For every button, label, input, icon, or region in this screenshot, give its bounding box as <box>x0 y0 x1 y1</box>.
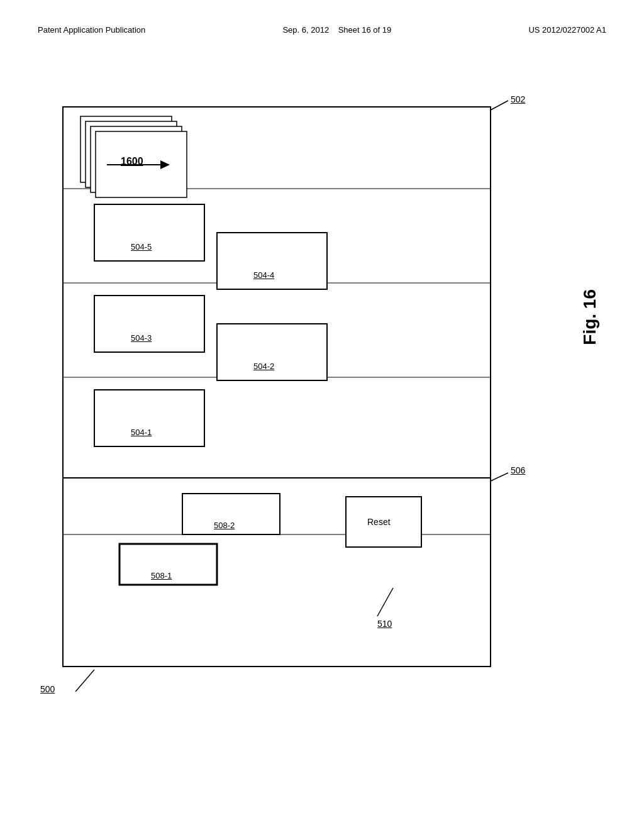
fig-label: Fig. 16 <box>580 289 600 345</box>
label-1600: 1600 <box>121 156 143 167</box>
svg-line-22 <box>377 588 393 616</box>
label-506: 506 <box>511 465 525 475</box>
label-508-2: 508-2 <box>214 521 235 530</box>
svg-line-7 <box>491 473 508 481</box>
label-500: 500 <box>40 684 55 694</box>
svg-rect-15 <box>217 233 327 289</box>
svg-rect-14 <box>94 204 204 261</box>
page-header: Patent Application Publication Sep. 6, 2… <box>38 25 606 35</box>
reset-label: Reset <box>367 517 391 527</box>
label-504-4: 504-4 <box>253 270 274 280</box>
header-date: Sep. 6, 2012 <box>282 25 329 35</box>
header-sheet: Sheet 16 of 19 <box>338 25 392 35</box>
header-date-sheet: Sep. 6, 2012 Sheet 16 of 19 <box>282 25 391 35</box>
svg-rect-17 <box>217 324 327 380</box>
diagram-area: 500 502 1600 504-5 504-4 504-3 504-2 504… <box>38 88 606 780</box>
svg-rect-18 <box>94 390 204 446</box>
label-504-1: 504-1 <box>131 428 152 437</box>
label-504-2: 504-2 <box>253 362 274 371</box>
diagram-svg <box>38 88 516 692</box>
label-504-3: 504-3 <box>131 333 152 343</box>
label-504-5: 504-5 <box>131 242 152 252</box>
label-502: 502 <box>511 94 525 104</box>
svg-line-1 <box>491 101 508 110</box>
label-510: 510 <box>377 619 392 629</box>
svg-line-0 <box>75 670 94 692</box>
svg-rect-16 <box>94 296 204 352</box>
label-508-1: 508-1 <box>151 571 172 580</box>
header-patent-number: US 2012/0227002 A1 <box>528 25 606 35</box>
header-publication: Patent Application Publication <box>38 25 145 35</box>
